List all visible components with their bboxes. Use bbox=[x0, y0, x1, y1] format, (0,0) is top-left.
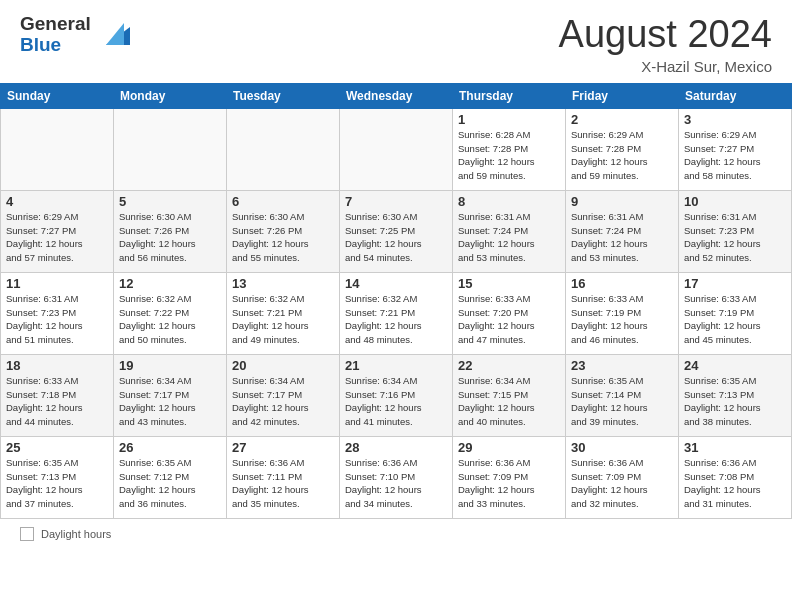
day-info: Sunrise: 6:33 AM Sunset: 7:19 PM Dayligh… bbox=[684, 292, 786, 347]
day-number: 13 bbox=[232, 276, 334, 291]
calendar-day-17: 17Sunrise: 6:33 AM Sunset: 7:19 PM Dayli… bbox=[679, 272, 792, 354]
calendar-week-3: 18Sunrise: 6:33 AM Sunset: 7:18 PM Dayli… bbox=[1, 354, 792, 436]
calendar-day-23: 23Sunrise: 6:35 AM Sunset: 7:14 PM Dayli… bbox=[566, 354, 679, 436]
calendar-table: SundayMondayTuesdayWednesdayThursdayFrid… bbox=[0, 83, 792, 519]
calendar-day-16: 16Sunrise: 6:33 AM Sunset: 7:19 PM Dayli… bbox=[566, 272, 679, 354]
calendar-day-6: 6Sunrise: 6:30 AM Sunset: 7:26 PM Daylig… bbox=[227, 190, 340, 272]
calendar-day-1: 1Sunrise: 6:28 AM Sunset: 7:28 PM Daylig… bbox=[453, 108, 566, 190]
empty-cell bbox=[1, 108, 114, 190]
day-info: Sunrise: 6:31 AM Sunset: 7:23 PM Dayligh… bbox=[6, 292, 108, 347]
day-of-week-sunday: Sunday bbox=[1, 83, 114, 108]
logo-icon bbox=[96, 17, 130, 55]
day-of-week-wednesday: Wednesday bbox=[340, 83, 453, 108]
day-info: Sunrise: 6:30 AM Sunset: 7:26 PM Dayligh… bbox=[119, 210, 221, 265]
day-info: Sunrise: 6:36 AM Sunset: 7:08 PM Dayligh… bbox=[684, 456, 786, 511]
calendar-day-22: 22Sunrise: 6:34 AM Sunset: 7:15 PM Dayli… bbox=[453, 354, 566, 436]
day-of-week-thursday: Thursday bbox=[453, 83, 566, 108]
day-number: 14 bbox=[345, 276, 447, 291]
day-info: Sunrise: 6:30 AM Sunset: 7:26 PM Dayligh… bbox=[232, 210, 334, 265]
day-info: Sunrise: 6:33 AM Sunset: 7:18 PM Dayligh… bbox=[6, 374, 108, 429]
day-number: 5 bbox=[119, 194, 221, 209]
day-info: Sunrise: 6:34 AM Sunset: 7:17 PM Dayligh… bbox=[232, 374, 334, 429]
month-year: August 2024 bbox=[559, 14, 772, 56]
day-number: 1 bbox=[458, 112, 560, 127]
day-number: 20 bbox=[232, 358, 334, 373]
day-number: 21 bbox=[345, 358, 447, 373]
footer: Daylight hours bbox=[0, 522, 792, 546]
day-number: 2 bbox=[571, 112, 673, 127]
title-block: August 2024 X-Hazil Sur, Mexico bbox=[559, 14, 772, 75]
calendar-week-1: 4Sunrise: 6:29 AM Sunset: 7:27 PM Daylig… bbox=[1, 190, 792, 272]
day-info: Sunrise: 6:36 AM Sunset: 7:09 PM Dayligh… bbox=[571, 456, 673, 511]
header: General Blue August 2024 X-Hazil Sur, Me… bbox=[0, 0, 792, 83]
day-number: 3 bbox=[684, 112, 786, 127]
calendar-header-row: SundayMondayTuesdayWednesdayThursdayFrid… bbox=[1, 83, 792, 108]
day-number: 10 bbox=[684, 194, 786, 209]
calendar-day-29: 29Sunrise: 6:36 AM Sunset: 7:09 PM Dayli… bbox=[453, 436, 566, 518]
calendar-day-27: 27Sunrise: 6:36 AM Sunset: 7:11 PM Dayli… bbox=[227, 436, 340, 518]
day-number: 11 bbox=[6, 276, 108, 291]
day-info: Sunrise: 6:29 AM Sunset: 7:28 PM Dayligh… bbox=[571, 128, 673, 183]
logo-blue: Blue bbox=[20, 35, 91, 56]
day-number: 6 bbox=[232, 194, 334, 209]
day-number: 19 bbox=[119, 358, 221, 373]
day-number: 25 bbox=[6, 440, 108, 455]
calendar-week-4: 25Sunrise: 6:35 AM Sunset: 7:13 PM Dayli… bbox=[1, 436, 792, 518]
day-number: 30 bbox=[571, 440, 673, 455]
day-info: Sunrise: 6:31 AM Sunset: 7:24 PM Dayligh… bbox=[571, 210, 673, 265]
calendar-day-4: 4Sunrise: 6:29 AM Sunset: 7:27 PM Daylig… bbox=[1, 190, 114, 272]
calendar-day-26: 26Sunrise: 6:35 AM Sunset: 7:12 PM Dayli… bbox=[114, 436, 227, 518]
day-number: 8 bbox=[458, 194, 560, 209]
calendar-day-31: 31Sunrise: 6:36 AM Sunset: 7:08 PM Dayli… bbox=[679, 436, 792, 518]
day-number: 16 bbox=[571, 276, 673, 291]
day-info: Sunrise: 6:31 AM Sunset: 7:24 PM Dayligh… bbox=[458, 210, 560, 265]
calendar-day-19: 19Sunrise: 6:34 AM Sunset: 7:17 PM Dayli… bbox=[114, 354, 227, 436]
logo-text-block: General Blue bbox=[20, 14, 91, 56]
calendar-day-5: 5Sunrise: 6:30 AM Sunset: 7:26 PM Daylig… bbox=[114, 190, 227, 272]
location: X-Hazil Sur, Mexico bbox=[559, 58, 772, 75]
calendar-day-18: 18Sunrise: 6:33 AM Sunset: 7:18 PM Dayli… bbox=[1, 354, 114, 436]
calendar-day-21: 21Sunrise: 6:34 AM Sunset: 7:16 PM Dayli… bbox=[340, 354, 453, 436]
day-info: Sunrise: 6:29 AM Sunset: 7:27 PM Dayligh… bbox=[684, 128, 786, 183]
day-info: Sunrise: 6:33 AM Sunset: 7:20 PM Dayligh… bbox=[458, 292, 560, 347]
day-number: 24 bbox=[684, 358, 786, 373]
day-number: 4 bbox=[6, 194, 108, 209]
day-number: 12 bbox=[119, 276, 221, 291]
daylight-box bbox=[20, 527, 34, 541]
day-info: Sunrise: 6:34 AM Sunset: 7:15 PM Dayligh… bbox=[458, 374, 560, 429]
day-info: Sunrise: 6:35 AM Sunset: 7:12 PM Dayligh… bbox=[119, 456, 221, 511]
day-number: 26 bbox=[119, 440, 221, 455]
calendar-day-2: 2Sunrise: 6:29 AM Sunset: 7:28 PM Daylig… bbox=[566, 108, 679, 190]
daylight-label: Daylight hours bbox=[41, 528, 111, 540]
logo-general: General bbox=[20, 14, 91, 35]
day-number: 17 bbox=[684, 276, 786, 291]
day-number: 31 bbox=[684, 440, 786, 455]
empty-cell bbox=[340, 108, 453, 190]
day-number: 22 bbox=[458, 358, 560, 373]
calendar-day-25: 25Sunrise: 6:35 AM Sunset: 7:13 PM Dayli… bbox=[1, 436, 114, 518]
day-info: Sunrise: 6:31 AM Sunset: 7:23 PM Dayligh… bbox=[684, 210, 786, 265]
calendar-day-28: 28Sunrise: 6:36 AM Sunset: 7:10 PM Dayli… bbox=[340, 436, 453, 518]
calendar-day-15: 15Sunrise: 6:33 AM Sunset: 7:20 PM Dayli… bbox=[453, 272, 566, 354]
calendar-day-9: 9Sunrise: 6:31 AM Sunset: 7:24 PM Daylig… bbox=[566, 190, 679, 272]
calendar-day-11: 11Sunrise: 6:31 AM Sunset: 7:23 PM Dayli… bbox=[1, 272, 114, 354]
day-info: Sunrise: 6:34 AM Sunset: 7:17 PM Dayligh… bbox=[119, 374, 221, 429]
day-info: Sunrise: 6:35 AM Sunset: 7:13 PM Dayligh… bbox=[684, 374, 786, 429]
day-number: 23 bbox=[571, 358, 673, 373]
calendar-day-12: 12Sunrise: 6:32 AM Sunset: 7:22 PM Dayli… bbox=[114, 272, 227, 354]
day-number: 18 bbox=[6, 358, 108, 373]
day-of-week-monday: Monday bbox=[114, 83, 227, 108]
day-info: Sunrise: 6:36 AM Sunset: 7:11 PM Dayligh… bbox=[232, 456, 334, 511]
calendar-week-0: 1Sunrise: 6:28 AM Sunset: 7:28 PM Daylig… bbox=[1, 108, 792, 190]
calendar-day-8: 8Sunrise: 6:31 AM Sunset: 7:24 PM Daylig… bbox=[453, 190, 566, 272]
day-info: Sunrise: 6:35 AM Sunset: 7:14 PM Dayligh… bbox=[571, 374, 673, 429]
calendar-day-14: 14Sunrise: 6:32 AM Sunset: 7:21 PM Dayli… bbox=[340, 272, 453, 354]
day-info: Sunrise: 6:32 AM Sunset: 7:22 PM Dayligh… bbox=[119, 292, 221, 347]
day-of-week-saturday: Saturday bbox=[679, 83, 792, 108]
day-info: Sunrise: 6:36 AM Sunset: 7:10 PM Dayligh… bbox=[345, 456, 447, 511]
calendar-day-7: 7Sunrise: 6:30 AM Sunset: 7:25 PM Daylig… bbox=[340, 190, 453, 272]
day-number: 28 bbox=[345, 440, 447, 455]
calendar-day-20: 20Sunrise: 6:34 AM Sunset: 7:17 PM Dayli… bbox=[227, 354, 340, 436]
day-info: Sunrise: 6:33 AM Sunset: 7:19 PM Dayligh… bbox=[571, 292, 673, 347]
day-info: Sunrise: 6:35 AM Sunset: 7:13 PM Dayligh… bbox=[6, 456, 108, 511]
